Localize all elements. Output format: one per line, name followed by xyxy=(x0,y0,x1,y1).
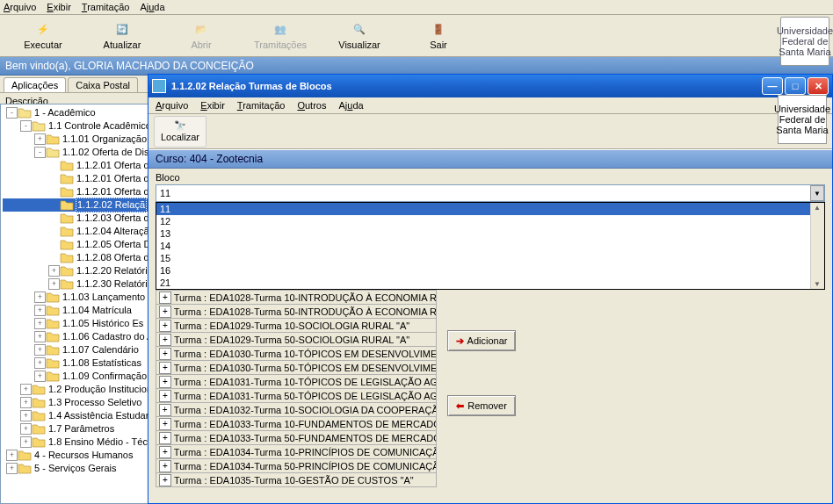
expand-toggle-icon[interactable]: + xyxy=(34,305,46,316)
turma-row[interactable]: +Turma : EDA1029-Turma 10-SOCIOLOGIA RUR… xyxy=(156,318,437,333)
expand-toggle-icon[interactable]: + xyxy=(6,450,18,461)
expand-toggle-icon[interactable]: + xyxy=(34,133,46,145)
expand-toggle-icon[interactable]: - xyxy=(20,120,32,132)
dlg-menu-arquivo[interactable]: Arquivo xyxy=(156,100,188,111)
expand-icon[interactable]: + xyxy=(159,404,171,416)
bloco-option[interactable]: 14 xyxy=(156,240,824,252)
bloco-option[interactable]: 13 xyxy=(156,227,824,240)
turma-row[interactable]: +Turma : EDA1028-Turma 10-INTRODUÇÃO À E… xyxy=(156,290,437,305)
maximize-button[interactable]: □ xyxy=(785,77,806,95)
expand-toggle-icon[interactable]: + xyxy=(20,423,32,435)
expand-toggle-icon[interactable]: + xyxy=(20,397,32,408)
expand-icon[interactable]: + xyxy=(159,334,171,346)
tab-aplicacoes[interactable]: Aplicações xyxy=(4,77,66,92)
expand-toggle-icon[interactable]: + xyxy=(20,384,32,395)
bloco-combobox[interactable]: 11 ▼ 11121314151621 xyxy=(156,184,825,202)
bloco-option[interactable]: 21 xyxy=(156,277,824,289)
turma-row[interactable]: +Turma : EDA1034-Turma 10-PRINCÍPIOS DE … xyxy=(156,444,437,459)
turma-label: Turma : EDA1031-Turma 10-TÓPICOS DE LEGI… xyxy=(174,377,436,387)
turma-row[interactable]: +Turma : EDA1031-Turma 50-TÓPICOS DE LEG… xyxy=(156,388,437,403)
expand-icon[interactable]: + xyxy=(159,306,171,318)
turma-row[interactable]: +Turma : EDA1033-Turma 50-FUNDAMENTOS DE… xyxy=(156,430,437,445)
menu-arquivo[interactable]: AArquivorquivo xyxy=(4,2,36,12)
remover-button[interactable]: ⬅ Remover xyxy=(447,395,516,416)
tree-node-label: 1.1.2.08 Oferta d xyxy=(76,251,150,264)
bloco-dropdown-list[interactable]: 11121314151621 xyxy=(156,202,825,290)
expand-toggle-icon[interactable]: + xyxy=(34,344,46,356)
expand-icon[interactable]: + xyxy=(159,432,171,444)
minimize-button[interactable]: — xyxy=(762,77,783,95)
folder-icon xyxy=(60,186,74,198)
turma-row[interactable]: +Turma : EDA1030-Turma 10-TÓPICOS EM DES… xyxy=(156,346,437,361)
dlg-menu-tramitacao[interactable]: Tramitação xyxy=(237,100,286,111)
menu-tramitacao[interactable]: Tramitação xyxy=(82,2,130,12)
expand-toggle-icon[interactable]: + xyxy=(34,331,46,342)
bloco-option[interactable]: 16 xyxy=(156,264,824,277)
turma-row[interactable]: +Turma : EDA1029-Turma 50-SOCIOLOGIA RUR… xyxy=(156,332,437,347)
tree-node-label: 1.4 Assistência Estudar xyxy=(47,409,149,422)
folder-icon xyxy=(60,278,74,290)
dialog-toolbar: 🔭 Localizar Universidade Federal de Sant… xyxy=(148,114,832,149)
expand-toggle-icon[interactable]: + xyxy=(20,410,32,421)
expand-icon[interactable]: + xyxy=(159,292,171,304)
visualizar-button[interactable]: 🔍 Visualizar xyxy=(320,18,399,54)
turma-row[interactable]: +Turma : EDA1034-Turma 50-PRINCÍPIOS DE … xyxy=(156,458,437,473)
expand-icon[interactable]: + xyxy=(159,348,171,360)
dlg-menu-exibir[interactable]: Exibir xyxy=(200,100,225,111)
turma-label: Turma : EDA1032-Turma 10-SOCIOLOGIA DA C… xyxy=(174,405,436,415)
bloco-value[interactable]: 11 xyxy=(156,184,825,202)
atualizar-button[interactable]: 🔄 Atualizar xyxy=(83,18,162,54)
bloco-option[interactable]: 12 xyxy=(156,215,824,227)
sair-button[interactable]: 🚪 Sair xyxy=(399,18,478,54)
expand-toggle-icon[interactable]: + xyxy=(34,371,46,382)
abrir-button: 📂 Abrir xyxy=(162,18,241,54)
turmas-list[interactable]: +Turma : EDA1028-Turma 10-INTRODUÇÃO À E… xyxy=(156,290,437,486)
expand-toggle-icon[interactable]: - xyxy=(34,147,46,158)
tab-caixa-postal[interactable]: Caixa Postal xyxy=(68,77,138,92)
expand-toggle-icon[interactable]: - xyxy=(6,107,18,119)
expand-toggle-icon[interactable]: + xyxy=(6,463,18,474)
expand-icon[interactable]: + xyxy=(159,418,171,430)
turma-row[interactable]: +Turma : EDA1033-Turma 10-FUNDAMENTOS DE… xyxy=(156,416,437,431)
expand-toggle-icon[interactable]: + xyxy=(48,265,60,277)
expand-icon[interactable]: + xyxy=(159,474,171,486)
turma-row[interactable]: +Turma : EDA1031-Turma 10-TÓPICOS DE LEG… xyxy=(156,374,437,389)
expand-toggle-icon[interactable]: + xyxy=(34,318,46,329)
turma-row[interactable]: +Turma : EDA1035-Turma 10-GESTÃO DE CUST… xyxy=(156,472,437,487)
expand-icon[interactable]: + xyxy=(159,446,171,458)
dlg-menu-ajuda[interactable]: Ajuda xyxy=(338,100,363,111)
tree-node-label: 1.1.05 Histórico Es xyxy=(62,317,144,330)
dlg-menu-outros[interactable]: Outros xyxy=(297,100,326,111)
expand-toggle-icon[interactable]: + xyxy=(34,357,46,369)
turma-label: Turma : EDA1035-Turma 10-GESTÃO DE CUSTO… xyxy=(174,475,414,486)
expand-toggle-icon[interactable]: + xyxy=(48,278,60,290)
chevron-down-icon[interactable]: ▼ xyxy=(810,185,824,201)
expand-icon[interactable]: + xyxy=(159,376,171,388)
executar-button[interactable]: ⚡ Executar xyxy=(4,18,83,54)
close-button[interactable]: ✕ xyxy=(808,77,829,95)
expand-toggle-icon[interactable]: + xyxy=(20,436,32,448)
bloco-option[interactable]: 11 xyxy=(156,203,824,215)
arrow-left-icon: ⬅ xyxy=(456,400,464,412)
dialog-titlebar[interactable]: 1.1.2.02 Relação Turmas de Blocos — □ ✕ xyxy=(148,75,832,97)
folder-icon xyxy=(46,133,60,145)
scrollbar[interactable] xyxy=(810,203,824,289)
turma-row[interactable]: +Turma : EDA1028-Turma 50-INTRODUÇÃO À E… xyxy=(156,304,437,319)
expand-icon[interactable]: + xyxy=(159,390,171,402)
menu-ajuda[interactable]: Ajuda xyxy=(140,2,164,12)
expand-icon[interactable]: + xyxy=(159,362,171,374)
adicionar-button[interactable]: ➔ Adicionar xyxy=(447,330,516,351)
bloco-option[interactable]: 15 xyxy=(156,252,824,264)
localizar-button[interactable]: 🔭 Localizar xyxy=(154,116,206,148)
tree-node-label: 1.1.02 Oferta de Dis xyxy=(62,146,149,159)
expand-icon[interactable]: + xyxy=(159,460,171,472)
dialog-title: 1.1.2.02 Relação Turmas de Blocos xyxy=(171,81,762,91)
turma-row[interactable]: +Turma : EDA1030-Turma 50-TÓPICOS EM DES… xyxy=(156,360,437,375)
menu-exibir[interactable]: Exibir xyxy=(47,2,71,12)
institution-logo: Universidade Federal de Santa Maria xyxy=(780,17,829,66)
expand-icon[interactable]: + xyxy=(159,320,171,332)
turma-row[interactable]: +Turma : EDA1032-Turma 10-SOCIOLOGIA DA … xyxy=(156,402,437,417)
expand-toggle-icon[interactable]: + xyxy=(34,292,46,303)
eye-icon: 🔍 xyxy=(353,22,366,38)
bloco-label: Bloco xyxy=(156,172,825,183)
